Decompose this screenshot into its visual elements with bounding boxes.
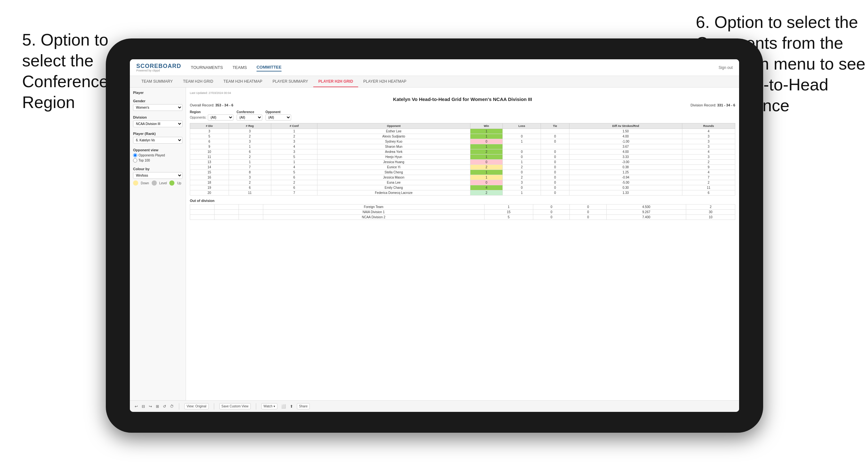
td-diff: 4.00 xyxy=(569,134,682,139)
td-div: 3 xyxy=(190,129,229,134)
toolbar-redo-icon[interactable]: ↪ xyxy=(149,404,152,409)
sidebar-radio-top100[interactable]: Top 100 xyxy=(133,158,182,162)
filter-conference-select[interactable]: (All) xyxy=(237,115,262,121)
filter-opponent-label: Opponent xyxy=(266,110,291,114)
toolbar-share-btn[interactable]: Share xyxy=(297,403,310,409)
toolbar-icon-share-arrow[interactable]: ⬆ xyxy=(290,404,293,409)
ood-td-conf xyxy=(239,210,263,215)
td-diff: -1.00 xyxy=(569,139,682,144)
nav-link-teams[interactable]: TEAMS xyxy=(232,64,247,71)
ood-td-win: 1 xyxy=(484,205,533,210)
td-reg: 3 xyxy=(228,175,271,180)
td-conf: 3 xyxy=(271,139,317,144)
toolbar-icon-4[interactable]: ⊞ xyxy=(156,404,159,409)
ood-td-diff: 4.500 xyxy=(606,205,686,210)
toolbar-icon-5[interactable]: ↺ xyxy=(163,404,166,409)
table-row: 18 2 2 Euna Lee 0 3 0 -5.00 2 xyxy=(190,180,735,185)
subnav-team-summary[interactable]: TEAM SUMMARY xyxy=(136,76,178,87)
td-win: 1 xyxy=(470,134,503,139)
td-reg: 6 xyxy=(228,185,271,190)
td-reg: 1 xyxy=(228,144,271,149)
table-row: 3 3 1 Esther Lee 1 1.50 4 xyxy=(190,129,735,134)
td-reg: 8 xyxy=(228,170,271,175)
filter-opponent-select[interactable]: (All) xyxy=(266,115,291,121)
radio-top100[interactable] xyxy=(133,158,137,162)
ood-td-reg xyxy=(214,215,239,220)
subnav-player-h2h-heatmap[interactable]: PLAYER H2H HEATMAP xyxy=(358,76,411,87)
subnav-player-h2h-grid[interactable]: PLAYER H2H GRID xyxy=(313,76,358,87)
sidebar-player-rank-label: Player (Rank) xyxy=(133,132,182,135)
td-reg: 3 xyxy=(228,129,271,134)
sidebar-colour-label: Colour by xyxy=(133,167,182,171)
toolbar-icon-6[interactable]: ⏱ xyxy=(170,404,174,409)
ood-td-opponent: Foreign Team xyxy=(263,205,484,210)
table-row: 9 1 4 Sharon Mun 1 3.67 3 xyxy=(190,144,735,149)
ood-td-diff: 7.400 xyxy=(606,215,686,220)
toolbar-undo-icon[interactable]: ↩ xyxy=(135,404,138,409)
td-loss xyxy=(503,144,541,149)
table-row: 5 2 2 Alexis Sudjianto 1 0 0 4.00 3 xyxy=(190,134,735,139)
ood-td-opponent: NAIA Division 1 xyxy=(263,210,484,215)
sidebar-player-rank-section: Player (Rank) 6. Katelyn Vo xyxy=(133,132,182,144)
filter-conference-label: Conference xyxy=(237,110,262,114)
sidebar-radio-opponents-played[interactable]: Opponents Played xyxy=(133,153,182,157)
th-div: # Div xyxy=(190,123,229,129)
subnav-team-h2h-grid[interactable]: TEAM H2H GRID xyxy=(178,76,218,87)
sidebar-colour-select[interactable]: Win/loss xyxy=(133,172,182,179)
color-dot-down xyxy=(133,181,138,186)
sidebar-colour-section: Colour by Win/loss Down Level Up xyxy=(133,167,182,186)
toolbar-icon-2[interactable]: ⊟ xyxy=(142,404,145,409)
td-conf: 5 xyxy=(271,170,317,175)
td-opponent: Jessica Huang xyxy=(317,160,470,165)
nav-link-committee[interactable]: COMMITTEE xyxy=(256,63,282,71)
td-reg: 1 xyxy=(228,160,271,165)
td-win: 0 xyxy=(470,180,503,185)
td-conf: 5 xyxy=(271,155,317,160)
th-opponent: Opponent xyxy=(317,123,470,129)
td-conf: 2 xyxy=(271,180,317,185)
ood-td-tie: 0 xyxy=(570,215,606,220)
division-record-label: Division Record: 331 - 34 - 6 xyxy=(691,103,735,107)
sidebar: Player Gender Women's Division NCAA Divi… xyxy=(130,88,186,400)
toolbar-watch-btn[interactable]: Watch ▾ xyxy=(261,403,277,409)
overall-record-value: 353 - 34 - 6 xyxy=(215,103,233,107)
td-opponent: Jessica Mason xyxy=(317,175,470,180)
sign-out-link[interactable]: Sign out xyxy=(719,65,733,70)
td-loss: 2 xyxy=(503,165,541,170)
ood-td-div xyxy=(190,215,215,220)
subnav-player-summary[interactable]: PLAYER SUMMARY xyxy=(268,76,313,87)
td-loss: 3 xyxy=(503,180,541,185)
toolbar-view-original-btn[interactable]: View: Original xyxy=(184,403,209,409)
td-tie xyxy=(541,129,569,134)
td-conf: 6 xyxy=(271,185,317,190)
td-tie: 0 xyxy=(541,180,569,185)
record-row: Overall Record: 353 - 34 - 6 Division Re… xyxy=(190,103,735,107)
td-conf: 1 xyxy=(271,129,317,134)
filter-region-select[interactable]: (All) xyxy=(208,115,234,121)
ood-td-reg xyxy=(214,205,239,210)
division-record-value: 331 - 34 - 6 xyxy=(717,103,735,107)
subnav-team-h2h-heatmap[interactable]: TEAM H2H HEATMAP xyxy=(218,76,268,87)
td-tie: 0 xyxy=(541,165,569,170)
sidebar-division-select[interactable]: NCAA Division III xyxy=(133,121,182,127)
td-loss xyxy=(503,129,541,134)
td-tie: 0 xyxy=(541,185,569,190)
nav-link-tournaments[interactable]: TOURNAMENTS xyxy=(191,64,223,71)
td-rounds: 4 xyxy=(682,170,735,175)
sidebar-gender-select[interactable]: Women's xyxy=(133,104,182,111)
td-reg: 2 xyxy=(228,134,271,139)
th-loss: Loss xyxy=(503,123,541,129)
sidebar-player-rank-select[interactable]: 6. Katelyn Vo xyxy=(133,137,182,144)
ood-td-div xyxy=(190,210,215,215)
table-row: 15 8 5 Stella Cheng 1 0 0 1.25 4 xyxy=(190,170,735,175)
td-conf: 3 xyxy=(271,149,317,155)
main-table-body: 3 3 1 Esther Lee 1 1.50 4 5 2 2 Alexis S… xyxy=(190,129,735,195)
td-diff: -0.94 xyxy=(569,175,682,180)
sidebar-radio-group: Opponents Played Top 100 xyxy=(133,153,182,162)
logo-sub: Powered by clippd xyxy=(136,69,181,72)
toolbar-save-custom-view-btn[interactable]: Save Custom View xyxy=(219,403,251,409)
radio-opponents-played[interactable] xyxy=(133,153,137,157)
toolbar-icon-share-left[interactable]: ⬜ xyxy=(281,404,286,409)
td-div: 13 xyxy=(190,160,229,165)
logo-area: SCOREBOARD Powered by clippd xyxy=(136,63,181,72)
